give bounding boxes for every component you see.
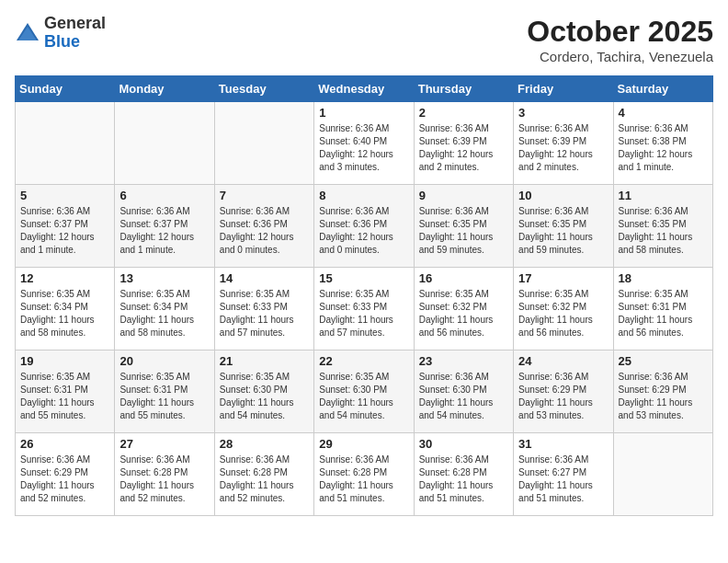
logo-icon	[15, 20, 40, 46]
table-row: 30Sunrise: 6:36 AM Sunset: 6:28 PM Dayli…	[414, 433, 513, 516]
calendar-header: Sunday Monday Tuesday Wednesday Thursday…	[16, 76, 713, 102]
table-row: 16Sunrise: 6:35 AM Sunset: 6:32 PM Dayli…	[414, 268, 513, 350]
table-row: 1Sunrise: 6:36 AM Sunset: 6:40 PM Daylig…	[314, 102, 414, 185]
day-number: 22	[319, 354, 408, 368]
col-monday: Monday	[115, 76, 214, 102]
day-number: 5	[20, 189, 109, 202]
table-row: 25Sunrise: 6:36 AM Sunset: 6:29 PM Dayli…	[613, 350, 712, 433]
table-row	[115, 102, 214, 185]
table-row: 5Sunrise: 6:36 AM Sunset: 6:37 PM Daylig…	[16, 185, 115, 268]
calendar-body: 1Sunrise: 6:36 AM Sunset: 6:40 PM Daylig…	[16, 102, 713, 516]
logo: General Blue	[15, 15, 106, 52]
month-title: October 2025	[527, 15, 713, 49]
col-thursday: Thursday	[414, 76, 513, 102]
day-info: Sunrise: 6:35 AM Sunset: 6:32 PM Dayligh…	[518, 288, 608, 339]
day-number: 23	[419, 354, 508, 368]
day-number: 27	[119, 437, 209, 451]
day-number: 9	[419, 189, 508, 202]
day-info: Sunrise: 6:36 AM Sunset: 6:29 PM Dayligh…	[619, 371, 708, 422]
table-row: 7Sunrise: 6:36 AM Sunset: 6:36 PM Daylig…	[214, 185, 313, 268]
table-row: 21Sunrise: 6:35 AM Sunset: 6:30 PM Dayli…	[214, 350, 313, 433]
day-number: 25	[619, 354, 708, 368]
day-number: 28	[220, 437, 309, 451]
day-number: 29	[319, 437, 408, 451]
day-info: Sunrise: 6:36 AM Sunset: 6:40 PM Dayligh…	[319, 122, 408, 174]
day-info: Sunrise: 6:36 AM Sunset: 6:39 PM Dayligh…	[518, 122, 608, 174]
day-info: Sunrise: 6:36 AM Sunset: 6:35 PM Dayligh…	[619, 205, 708, 257]
day-info: Sunrise: 6:36 AM Sunset: 6:36 PM Dayligh…	[220, 205, 309, 257]
day-info: Sunrise: 6:36 AM Sunset: 6:28 PM Dayligh…	[419, 454, 508, 505]
day-info: Sunrise: 6:36 AM Sunset: 6:28 PM Dayligh…	[220, 454, 309, 505]
day-info: Sunrise: 6:36 AM Sunset: 6:29 PM Dayligh…	[518, 371, 608, 422]
day-number: 14	[220, 271, 309, 285]
table-row: 11Sunrise: 6:36 AM Sunset: 6:35 PM Dayli…	[613, 185, 712, 268]
table-row: 20Sunrise: 6:35 AM Sunset: 6:31 PM Dayli…	[115, 350, 214, 433]
table-row	[613, 433, 712, 516]
col-friday: Friday	[514, 76, 613, 102]
day-number: 16	[419, 271, 508, 285]
table-row: 23Sunrise: 6:36 AM Sunset: 6:30 PM Dayli…	[414, 350, 513, 433]
day-info: Sunrise: 6:36 AM Sunset: 6:27 PM Dayligh…	[518, 454, 608, 505]
day-info: Sunrise: 6:35 AM Sunset: 6:34 PM Dayligh…	[119, 288, 209, 339]
day-info: Sunrise: 6:36 AM Sunset: 6:28 PM Dayligh…	[319, 454, 408, 505]
day-info: Sunrise: 6:36 AM Sunset: 6:36 PM Dayligh…	[319, 205, 408, 257]
table-row: 17Sunrise: 6:35 AM Sunset: 6:32 PM Dayli…	[514, 268, 613, 350]
day-number: 3	[518, 106, 608, 120]
day-number: 24	[518, 354, 608, 368]
day-number: 2	[419, 106, 508, 120]
day-info: Sunrise: 6:35 AM Sunset: 6:32 PM Dayligh…	[419, 288, 508, 339]
table-row: 29Sunrise: 6:36 AM Sunset: 6:28 PM Dayli…	[314, 433, 414, 516]
day-number: 18	[619, 271, 708, 285]
table-row: 15Sunrise: 6:35 AM Sunset: 6:33 PM Dayli…	[314, 268, 414, 350]
table-row: 9Sunrise: 6:36 AM Sunset: 6:35 PM Daylig…	[414, 185, 513, 268]
table-row: 12Sunrise: 6:35 AM Sunset: 6:34 PM Dayli…	[16, 268, 115, 350]
day-number: 19	[20, 354, 109, 368]
day-number: 31	[518, 437, 608, 451]
day-info: Sunrise: 6:35 AM Sunset: 6:31 PM Dayligh…	[119, 371, 209, 422]
table-row: 14Sunrise: 6:35 AM Sunset: 6:33 PM Dayli…	[214, 268, 313, 350]
day-number: 10	[518, 189, 608, 202]
day-number: 20	[119, 354, 209, 368]
day-number: 21	[220, 354, 309, 368]
logo-blue: Blue	[44, 32, 80, 51]
logo-text: General Blue	[44, 15, 106, 52]
day-info: Sunrise: 6:36 AM Sunset: 6:30 PM Dayligh…	[419, 371, 508, 422]
day-number: 17	[518, 271, 608, 285]
day-info: Sunrise: 6:35 AM Sunset: 6:31 PM Dayligh…	[619, 288, 708, 339]
day-number: 8	[319, 189, 408, 202]
day-info: Sunrise: 6:36 AM Sunset: 6:37 PM Dayligh…	[119, 205, 209, 257]
day-info: Sunrise: 6:35 AM Sunset: 6:30 PM Dayligh…	[319, 371, 408, 422]
day-number: 12	[20, 271, 109, 285]
col-tuesday: Tuesday	[214, 76, 313, 102]
day-number: 15	[319, 271, 408, 285]
table-row: 19Sunrise: 6:35 AM Sunset: 6:31 PM Dayli…	[16, 350, 115, 433]
calendar-table: Sunday Monday Tuesday Wednesday Thursday…	[15, 75, 713, 516]
day-number: 7	[220, 189, 309, 202]
day-number: 6	[119, 189, 209, 202]
table-row: 3Sunrise: 6:36 AM Sunset: 6:39 PM Daylig…	[514, 102, 613, 185]
table-row: 31Sunrise: 6:36 AM Sunset: 6:27 PM Dayli…	[514, 433, 613, 516]
table-row: 22Sunrise: 6:35 AM Sunset: 6:30 PM Dayli…	[314, 350, 414, 433]
day-info: Sunrise: 6:35 AM Sunset: 6:31 PM Dayligh…	[20, 371, 109, 422]
day-number: 1	[319, 106, 408, 120]
day-info: Sunrise: 6:35 AM Sunset: 6:33 PM Dayligh…	[319, 288, 408, 339]
table-row	[214, 102, 313, 185]
day-number: 4	[619, 106, 708, 120]
day-info: Sunrise: 6:36 AM Sunset: 6:37 PM Dayligh…	[20, 205, 109, 257]
day-info: Sunrise: 6:36 AM Sunset: 6:39 PM Dayligh…	[419, 122, 508, 174]
title-block: October 2025 Cordero, Tachira, Venezuela	[527, 15, 713, 64]
day-info: Sunrise: 6:36 AM Sunset: 6:35 PM Dayligh…	[419, 205, 508, 257]
table-row: 4Sunrise: 6:36 AM Sunset: 6:38 PM Daylig…	[613, 102, 712, 185]
table-row: 27Sunrise: 6:36 AM Sunset: 6:28 PM Dayli…	[115, 433, 214, 516]
logo-general: General	[44, 14, 106, 32]
day-number: 13	[119, 271, 209, 285]
location: Cordero, Tachira, Venezuela	[527, 49, 713, 64]
day-info: Sunrise: 6:35 AM Sunset: 6:34 PM Dayligh…	[20, 288, 109, 339]
table-row: 28Sunrise: 6:36 AM Sunset: 6:28 PM Dayli…	[214, 433, 313, 516]
page-header: General Blue October 2025 Cordero, Tachi…	[15, 15, 713, 64]
col-wednesday: Wednesday	[314, 76, 414, 102]
day-number: 30	[419, 437, 508, 451]
table-row: 6Sunrise: 6:36 AM Sunset: 6:37 PM Daylig…	[115, 185, 214, 268]
table-row: 8Sunrise: 6:36 AM Sunset: 6:36 PM Daylig…	[314, 185, 414, 268]
col-saturday: Saturday	[613, 76, 712, 102]
